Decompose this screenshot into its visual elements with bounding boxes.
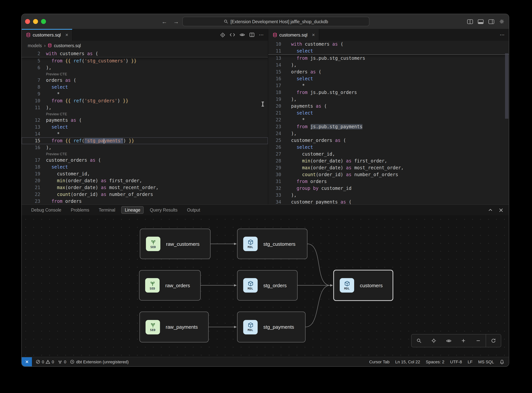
code-line[interactable]: 31 from orders [268,178,509,185]
line-number[interactable]: 19 [22,170,40,177]
line-number[interactable]: 8 [22,84,40,91]
code-line[interactable]: 15 from {{ ref('stg_payments') }} [22,137,268,144]
code-line[interactable]: 16), [22,144,268,151]
code-line[interactable]: 29 max(order_date) as most_recent_order, [268,164,509,171]
dbt-extension-status[interactable]: dbt Extension (unregistered) [70,359,129,364]
line-number[interactable]: 26 [268,144,281,151]
panel-chevron-up-icon[interactable] [488,208,493,212]
line-number[interactable]: 20 [268,103,281,110]
lineage-canvas[interactable]: SEDraw_customersMDLstg_customersSEDraw_o… [22,215,509,357]
panel-tab-problems[interactable]: Problems [67,206,93,214]
eol-status[interactable]: LF [468,359,473,364]
code-line[interactable]: 24), [268,130,509,137]
line-number[interactable]: 16 [268,75,281,82]
code-line[interactable]: 5 from {{ ref('stg_customers') }} [22,57,268,64]
line-number[interactable]: 17 [268,82,281,89]
line-number[interactable]: 22 [268,116,281,123]
line-number[interactable]: 5 [22,57,40,64]
code-line[interactable]: 33), [268,192,509,199]
bell-icon[interactable] [500,359,504,364]
line-number[interactable]: 15 [22,137,40,144]
line-number[interactable]: 23 [268,123,281,130]
breadcrumb-file[interactable]: customers.sql [54,43,81,48]
code-line[interactable]: 19), [268,96,509,103]
code-line[interactable]: 12payments as ( [22,117,268,124]
breadcrumb-folder[interactable]: models [28,43,42,48]
codelens-preview-cte[interactable]: Preview CTE [22,151,268,157]
line-number[interactable]: 24 [268,130,281,137]
code-editor-compiled[interactable]: 10with customers as (11 select 13 from j… [268,41,509,204]
line-number[interactable]: 22 [22,191,40,198]
fit-view-icon[interactable] [426,334,441,347]
code-line[interactable]: 2with customers as ( [22,50,268,57]
line-number[interactable]: 31 [268,178,281,185]
line-number[interactable]: 11 [22,104,40,111]
line-number[interactable]: 21 [22,184,40,191]
close-panel-icon[interactable] [499,208,503,212]
code-line[interactable]: 8 select [22,84,268,91]
language-mode-status[interactable]: MS SQL [478,359,494,364]
line-number[interactable]: 15 [268,69,281,75]
code-line[interactable]: 16 select [268,75,509,82]
split-editor-icon[interactable] [249,32,255,37]
lineage-node-stg_customers[interactable]: MDLstg_customers [237,229,307,259]
remote-indicator[interactable] [22,357,32,366]
codelens-preview-cte[interactable]: Preview CTE [22,111,268,117]
zoom-out-icon[interactable] [471,334,486,347]
line-number[interactable]: 10 [22,97,40,104]
line-number[interactable]: 19 [268,96,281,103]
settings-gear-icon[interactable] [499,19,505,24]
line-number[interactable]: 32 [268,185,281,192]
panel-tab-query-results[interactable]: Query Results [147,206,181,214]
line-number[interactable]: 18 [22,164,40,170]
line-number[interactable]: 17 [22,157,40,164]
lineage-node-customers[interactable]: MDLcustomers [333,270,393,301]
zoom-in-icon[interactable] [456,334,471,347]
ports-indicator[interactable]: 0 [58,359,66,364]
line-number[interactable]: 27 [268,151,281,157]
line-number[interactable]: 14 [22,131,40,137]
code-line[interactable]: 17 * [268,82,509,89]
panel-tab-output[interactable]: Output [183,206,203,214]
code-line[interactable]: 6), [22,64,268,71]
layout-columns-icon[interactable] [467,19,473,24]
code-line[interactable]: 20payments as ( [268,103,509,110]
code-line[interactable]: 13 from js.pub.stg_customers [268,55,509,62]
tab-customers-sql-source[interactable]: customers.sql × [22,29,72,41]
panel-tab-debug-console[interactable]: Debug Console [28,206,65,214]
code-line[interactable]: 21 max(order_date) as most_recent_order, [22,184,268,191]
cursor-position-status[interactable]: Ln 15, Col 22 [395,359,420,364]
back-icon[interactable]: ← [162,18,167,25]
command-center-search[interactable]: [Extension Development Host] jaffle_shop… [182,17,369,26]
forward-icon[interactable]: → [173,18,179,25]
code-line[interactable]: 10 from {{ ref('stg_orders') }} [22,97,268,104]
code-line[interactable]: 23 from orders [22,198,268,204]
toggle-secondary-sidebar-icon[interactable] [488,19,494,24]
dbt-icon[interactable] [220,32,225,38]
code-line[interactable]: 17customer_orders as ( [22,157,268,164]
code-line[interactable]: 11), [22,104,268,111]
more-actions-icon[interactable]: ⋯ [500,32,505,38]
line-number[interactable]: 7 [22,77,40,84]
line-number[interactable]: 23 [22,198,40,204]
code-line[interactable]: 15orders as ( [268,69,509,75]
scrollbar-thumb[interactable] [505,53,508,119]
toggle-panel-icon[interactable] [478,19,484,24]
line-number[interactable]: 25 [268,137,281,144]
code-line[interactable]: 9 * [22,91,268,97]
more-actions-icon[interactable]: ⋯ [259,32,264,38]
code-line[interactable]: 18 select [22,164,268,170]
panel-tab-terminal[interactable]: Terminal [95,206,119,214]
close-tab-icon[interactable]: × [65,32,68,38]
line-number[interactable]: 6 [22,64,40,71]
code-line[interactable]: 23 from js.pub.stg_payments [268,123,509,130]
code-line[interactable]: 30 count(order_id) as number_of_orders [268,171,509,178]
search-icon[interactable] [412,334,426,347]
code-line[interactable]: 22 * [268,116,509,123]
preview-eye-icon[interactable] [240,32,245,37]
code-line[interactable]: 26 select [268,144,509,151]
lineage-node-stg_payments[interactable]: MDLstg_payments [237,312,306,342]
lineage-node-raw_orders[interactable]: SEDraw_orders [139,270,201,300]
line-number[interactable]: 30 [268,171,281,178]
indentation-status[interactable]: Spaces: 2 [426,359,444,364]
